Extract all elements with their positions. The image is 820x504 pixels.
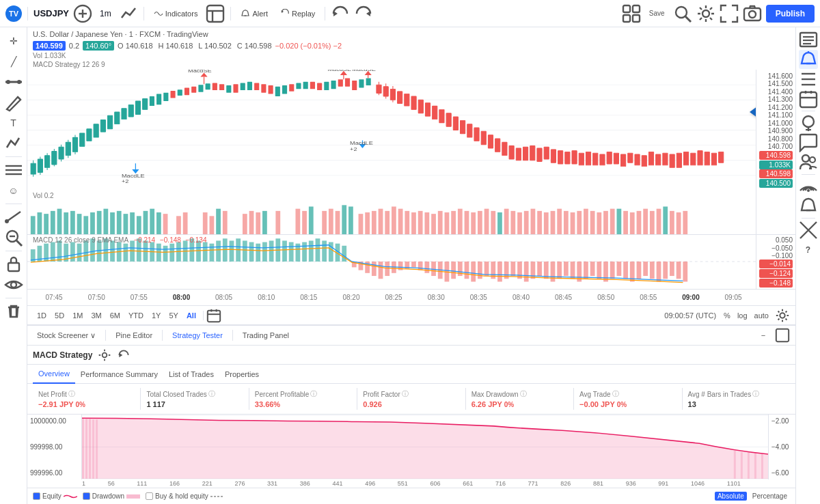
- bb-trading-panel[interactable]: Trading Panel: [238, 325, 293, 346]
- tab-performance[interactable]: Performance Summary: [75, 365, 163, 384]
- eq-absolute-btn[interactable]: Absolute: [715, 492, 747, 501]
- tf-calendar-btn[interactable]: [206, 308, 221, 323]
- fullscreen-btn[interactable]: [720, 4, 739, 23]
- indicators-btn[interactable]: Indicators: [150, 7, 202, 20]
- interval-btn[interactable]: 1m: [96, 7, 115, 20]
- hline-tool[interactable]: [4, 72, 23, 92]
- redo-btn[interactable]: [354, 4, 373, 23]
- add-symbol-btn[interactable]: [73, 4, 92, 23]
- rt-help-btn[interactable]: ?: [799, 240, 818, 260]
- svg-rect-71: [206, 83, 210, 89]
- multi-chart-btn[interactable]: [622, 4, 641, 23]
- bb-maximize-btn[interactable]: [775, 328, 790, 343]
- svg-rect-239: [571, 212, 575, 234]
- rt-bell-btn[interactable]: [799, 197, 818, 216]
- legend-drawdown[interactable]: Drawdown: [83, 492, 140, 500]
- rt-ideas-btn[interactable]: [799, 113, 818, 132]
- rt-list-btn[interactable]: [799, 70, 818, 89]
- rt-watchlist-btn[interactable]: [799, 30, 818, 49]
- bb-minimize-btn[interactable]: −: [756, 328, 771, 343]
- tf-1d[interactable]: 1D: [33, 310, 51, 321]
- tf-3m[interactable]: 3M: [87, 310, 105, 321]
- search-btn[interactable]: [673, 4, 692, 23]
- strategy-reset-btn[interactable]: [117, 348, 131, 362]
- delete-tool[interactable]: [4, 302, 23, 321]
- svg-text:MacdSE: MacdSE: [327, 70, 351, 72]
- symbol-display[interactable]: USDJPY: [33, 8, 69, 18]
- save-btn[interactable]: Save: [645, 8, 669, 19]
- tf-ytd[interactable]: YTD: [124, 310, 148, 321]
- svg-rect-180: [130, 212, 135, 234]
- rt-people-btn[interactable]: [799, 153, 818, 172]
- undo-btn[interactable]: [331, 4, 350, 23]
- tf-1m[interactable]: 1M: [68, 310, 87, 321]
- tf-log-btn[interactable]: log: [735, 311, 750, 320]
- time-0905: 09:05: [712, 294, 754, 301]
- svg-rect-190: [497, 212, 502, 234]
- svg-rect-229: [504, 209, 509, 234]
- text-tool[interactable]: T: [4, 113, 23, 132]
- bb-pine-editor[interactable]: Pine Editor: [111, 325, 156, 346]
- publish-button[interactable]: Publish: [766, 5, 815, 23]
- zoom-tool[interactable]: [4, 228, 23, 247]
- equity-yr-neg2: −2.00: [771, 417, 793, 425]
- template-btn[interactable]: [206, 4, 225, 23]
- candle-pane[interactable]: MacdSE MacdSE MacdSE MacdLE +2 MacdLE +2: [27, 70, 795, 191]
- tf-pct-btn[interactable]: %: [722, 311, 733, 320]
- tf-settings-btn[interactable]: [775, 308, 790, 323]
- time-0850: 08:50: [585, 294, 627, 301]
- eq-x-1101: 1101: [727, 480, 741, 487]
- svg-rect-188: [342, 205, 346, 234]
- eq-percentage-btn[interactable]: Percentage: [750, 492, 790, 501]
- svg-rect-348: [643, 262, 648, 276]
- rt-chat-btn[interactable]: [799, 133, 818, 152]
- macd-badge1: −0.014: [759, 260, 793, 268]
- crosshair-tool[interactable]: ✛: [4, 31, 23, 51]
- svg-rect-66: [170, 91, 175, 98]
- alert-btn[interactable]: Alert: [236, 7, 272, 20]
- legend-buyhold[interactable]: Buy & hold equity: [146, 492, 224, 500]
- rt-signal-btn[interactable]: [799, 177, 818, 196]
- svg-rect-367: [85, 419, 87, 479]
- strategy-settings-btn[interactable]: [98, 348, 111, 362]
- fib-tool[interactable]: [4, 160, 23, 180]
- strategy-stats: Net Profit ⓘ −2.91 JPY 0% Total Closed T…: [27, 384, 795, 415]
- tf-auto-btn[interactable]: auto: [752, 311, 771, 320]
- svg-rect-98: [398, 92, 402, 104]
- lock-tool[interactable]: [4, 255, 23, 274]
- measure-tool[interactable]: [4, 208, 23, 227]
- tf-6m[interactable]: 6M: [106, 310, 124, 321]
- eq-footer-right: Absolute Percentage: [715, 492, 790, 501]
- rt-alert-btn[interactable]: [799, 50, 818, 69]
- tab-trades[interactable]: List of Trades: [163, 365, 219, 384]
- compare-btn[interactable]: [119, 4, 138, 23]
- svg-rect-334: [551, 262, 556, 281]
- svg-rect-366: [82, 418, 84, 479]
- snapshot-btn[interactable]: [743, 4, 762, 23]
- equity-x-axis: 1 56 111 166 221 276 331 386 441 496 551…: [27, 479, 795, 488]
- svg-rect-85: [303, 82, 308, 89]
- svg-rect-211: [379, 209, 383, 234]
- tf-5d[interactable]: 5D: [51, 310, 68, 321]
- pattern-tool[interactable]: [4, 134, 23, 153]
- replay-btn[interactable]: Replay: [276, 7, 319, 20]
- tab-properties[interactable]: Properties: [219, 365, 264, 384]
- tf-5y[interactable]: 5Y: [165, 310, 182, 321]
- svg-rect-231: [517, 212, 522, 234]
- tv-logo: TV: [5, 5, 22, 22]
- equity-svg-container: [82, 415, 768, 479]
- bb-strategy-tester[interactable]: Strategy Tester: [168, 325, 227, 346]
- tf-all[interactable]: All: [182, 310, 200, 321]
- rt-settings-btn[interactable]: [799, 221, 818, 240]
- eye-tool[interactable]: [4, 275, 23, 294]
- rt-calendar-btn[interactable]: [799, 89, 818, 109]
- settings-btn[interactable]: [696, 4, 715, 23]
- emoji-tool[interactable]: ☺: [4, 181, 23, 200]
- draw-tools[interactable]: [4, 93, 23, 112]
- bb-stock-screener[interactable]: Stock Screener ∨: [33, 325, 100, 346]
- svg-rect-342: [603, 262, 608, 281]
- tf-1y[interactable]: 1Y: [148, 310, 165, 321]
- legend-equity[interactable]: Equity: [33, 492, 77, 500]
- line-tool[interactable]: ╱: [4, 52, 23, 71]
- tab-overview[interactable]: Overview: [33, 365, 75, 384]
